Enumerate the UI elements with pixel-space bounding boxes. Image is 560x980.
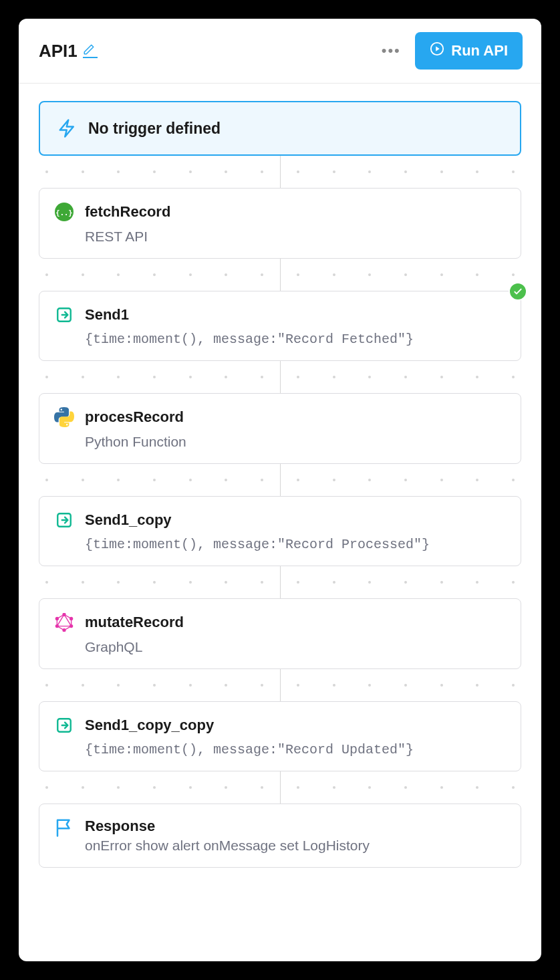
send-icon xyxy=(54,510,74,530)
connector xyxy=(39,259,521,291)
edit-icon[interactable] xyxy=(83,43,98,58)
response-subtitle: onError show alert onMessage set LogHist… xyxy=(85,838,370,854)
block-subtitle: {time:moment(), message:"Record Processe… xyxy=(85,537,506,552)
block-title: mutateRecord xyxy=(85,614,184,631)
block-subtitle: Python Function xyxy=(85,434,506,450)
api-editor-panel: API1 ••• Run API xyxy=(19,19,541,961)
svg-point-6 xyxy=(70,617,73,620)
block-subtitle: {time:moment(), message:"Record Updated"… xyxy=(85,742,506,757)
workflow-block[interactable]: {..}fetchRecordREST API xyxy=(39,188,521,259)
play-icon xyxy=(430,41,444,60)
rest-icon: {..} xyxy=(54,202,74,222)
response-block[interactable]: Response onError show alert onMessage se… xyxy=(39,804,521,868)
svg-point-9 xyxy=(55,625,58,628)
flag-icon xyxy=(54,818,74,838)
connector xyxy=(39,771,521,804)
more-menu-button[interactable]: ••• xyxy=(378,37,404,64)
connector xyxy=(39,156,521,188)
workflow-block[interactable]: Send1_copy_copy{time:moment(), message:"… xyxy=(39,701,521,771)
svg-point-8 xyxy=(63,629,65,632)
block-title: Send1_copy xyxy=(85,511,172,529)
block-subtitle: REST API xyxy=(85,229,506,245)
title-wrap: API1 xyxy=(39,41,378,62)
block-title: procesRecord xyxy=(85,408,184,426)
run-label: Run API xyxy=(451,42,508,59)
svg-point-5 xyxy=(63,613,65,616)
workflow-block[interactable]: Send1{time:moment(), message:"Record Fet… xyxy=(39,291,521,361)
trigger-label: No trigger defined xyxy=(88,120,221,138)
connector xyxy=(39,361,521,393)
svg-point-7 xyxy=(70,625,73,628)
send-icon xyxy=(54,715,74,735)
graphql-icon xyxy=(54,612,74,632)
connector xyxy=(39,566,521,598)
more-icon: ••• xyxy=(382,42,401,59)
run-api-button[interactable]: Run API xyxy=(415,32,523,70)
trigger-block[interactable]: No trigger defined xyxy=(39,101,521,156)
success-check-icon xyxy=(509,282,527,301)
connector xyxy=(39,464,521,496)
block-subtitle: {time:moment(), message:"Record Fetched"… xyxy=(85,332,506,347)
block-title: Send1_copy_copy xyxy=(85,717,214,734)
workflow-block[interactable]: procesRecordPython Function xyxy=(39,393,521,464)
workflow-block[interactable]: mutateRecordGraphQL xyxy=(39,598,521,669)
svg-text:{..}: {..} xyxy=(55,209,72,217)
api-title: API1 xyxy=(39,41,78,62)
block-title: Send1 xyxy=(85,306,129,324)
header: API1 ••• Run API xyxy=(19,19,541,84)
workflow-block[interactable]: Send1_copy{time:moment(), message:"Recor… xyxy=(39,496,521,566)
block-title: fetchRecord xyxy=(85,203,170,221)
python-icon xyxy=(54,407,74,427)
block-subtitle: GraphQL xyxy=(85,639,506,655)
response-title: Response xyxy=(85,818,370,835)
send-icon xyxy=(54,305,74,325)
svg-point-10 xyxy=(55,617,58,620)
lightning-icon xyxy=(57,118,78,138)
connector xyxy=(39,669,521,701)
workflow-canvas: No trigger defined {..}fetchRecordREST A… xyxy=(19,84,541,885)
